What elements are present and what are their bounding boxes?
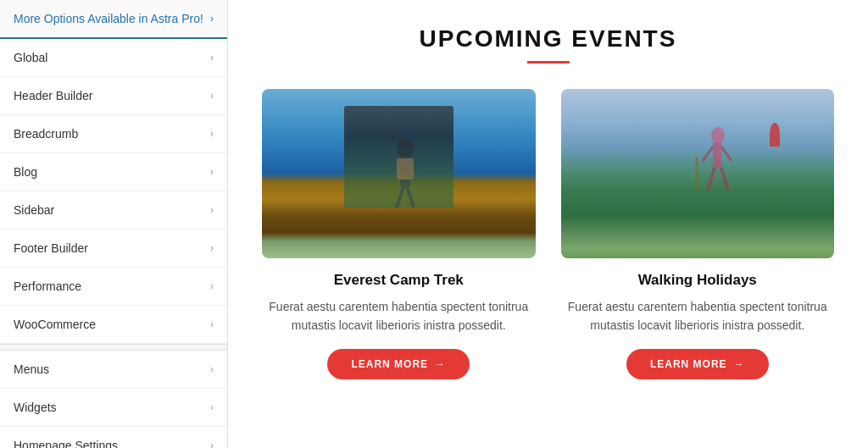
- sidebar-item-label: More Options Available in Astra Pro!: [14, 12, 203, 25]
- learn-more-button-walking[interactable]: LEARN MORE →: [626, 349, 769, 379]
- sidebar-item-label: Menus: [14, 362, 49, 376]
- sidebar-item-astra-pro[interactable]: More Options Available in Astra Pro! ›: [0, 0, 227, 39]
- sidebar-item-homepage-settings[interactable]: Homepage Settings ›: [0, 427, 227, 448]
- event-card-walking: Walking Holidays Fuerat aestu carentem h…: [561, 89, 835, 379]
- learn-more-button-everest[interactable]: LEARN MORE →: [327, 349, 470, 379]
- event-name-walking: Walking Holidays: [638, 272, 757, 289]
- sidebar-item-label: Blog: [14, 165, 37, 179]
- sidebar-item-label: Global: [14, 51, 47, 64]
- hills-image: [561, 89, 835, 258]
- svg-rect-6: [397, 158, 414, 180]
- chevron-right-icon: ›: [210, 280, 214, 292]
- svg-rect-8: [713, 142, 721, 168]
- sidebar-item-woocommerce[interactable]: WooCommerce ›: [0, 306, 227, 344]
- sidebar-item-global[interactable]: Global ›: [0, 39, 227, 77]
- svg-line-5: [407, 186, 414, 207]
- svg-line-9: [703, 147, 713, 161]
- page-title: UPCOMING EVENTS: [262, 25, 834, 53]
- chevron-right-icon: ›: [210, 166, 214, 178]
- sidebar-item-label: Header Builder: [14, 89, 92, 102]
- sidebar-item-label: Widgets: [14, 401, 57, 414]
- sidebar: More Options Available in Astra Pro! › G…: [0, 0, 228, 448]
- sidebar-item-label: WooCommerce: [14, 318, 96, 331]
- button-label: LEARN MORE: [351, 358, 428, 370]
- event-name-everest: Everest Camp Trek: [334, 272, 464, 289]
- chevron-right-icon: ›: [210, 90, 214, 102]
- svg-line-4: [397, 186, 403, 207]
- chevron-right-icon: ›: [210, 363, 214, 375]
- event-image-walking: [561, 89, 835, 258]
- sidebar-item-header-builder[interactable]: Header Builder ›: [0, 77, 227, 115]
- hiking-image: [262, 89, 536, 258]
- sidebar-item-label: Homepage Settings: [14, 439, 118, 448]
- event-desc-everest: Fuerat aestu carentem habentia spectent …: [262, 297, 536, 335]
- svg-line-12: [721, 168, 728, 191]
- sidebar-item-label: Sidebar: [14, 203, 54, 217]
- event-card-everest: Everest Camp Trek Fuerat aestu carentem …: [262, 89, 536, 379]
- sidebar-item-breadcrumb[interactable]: Breadcrumb ›: [0, 115, 227, 153]
- events-grid: Everest Camp Trek Fuerat aestu carentem …: [262, 89, 834, 379]
- svg-point-0: [397, 138, 414, 158]
- sidebar-item-performance[interactable]: Performance ›: [0, 268, 227, 306]
- chevron-right-icon: ›: [210, 401, 214, 413]
- svg-point-7: [711, 127, 725, 144]
- sidebar-item-blog[interactable]: Blog ›: [0, 153, 227, 191]
- sidebar-item-menus[interactable]: Menus ›: [0, 351, 227, 389]
- button-label: LEARN MORE: [650, 358, 727, 370]
- title-underline: [527, 61, 570, 64]
- chevron-right-icon: ›: [210, 204, 214, 216]
- event-desc-walking: Fuerat aestu carentem habentia spectent …: [561, 297, 835, 335]
- chevron-right-icon: ›: [210, 128, 214, 140]
- sidebar-divider: [0, 344, 227, 351]
- svg-line-11: [708, 168, 715, 191]
- sidebar-item-label: Performance: [14, 279, 81, 293]
- chevron-right-icon: ›: [210, 242, 214, 254]
- arrow-icon: →: [734, 358, 745, 370]
- chevron-right-icon: ›: [210, 318, 214, 330]
- sidebar-item-label: Footer Builder: [14, 241, 88, 255]
- arrow-icon: →: [435, 358, 446, 370]
- svg-line-10: [721, 147, 732, 161]
- event-image-everest: [262, 89, 536, 258]
- sidebar-item-widgets[interactable]: Widgets ›: [0, 389, 227, 427]
- chevron-right-icon: ›: [210, 440, 214, 448]
- chevron-right-icon: ›: [210, 52, 214, 64]
- sidebar-item-footer-builder[interactable]: Footer Builder ›: [0, 230, 227, 268]
- sidebar-item-sidebar[interactable]: Sidebar ›: [0, 191, 227, 230]
- sidebar-item-label: Breadcrumb: [14, 127, 78, 141]
- chevron-right-icon: ›: [210, 13, 214, 25]
- main-content: UPCOMING EVENTS Everest Camp Tre: [228, 0, 868, 448]
